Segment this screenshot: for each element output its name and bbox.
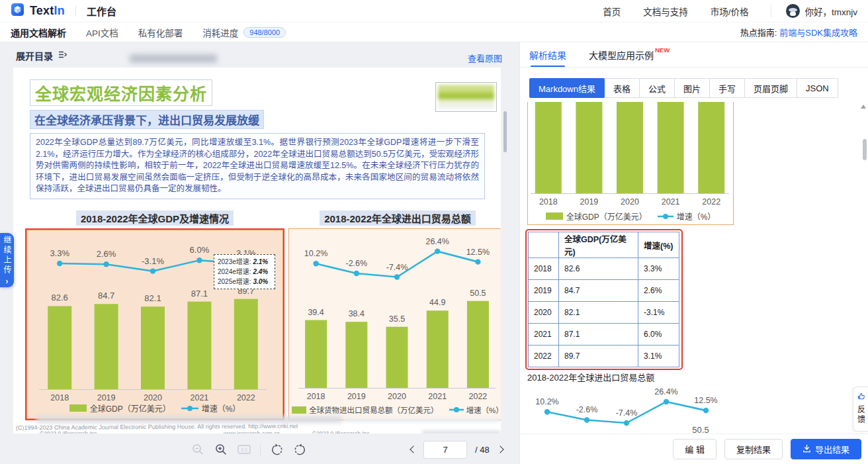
- zoom-out-icon[interactable]: [191, 442, 205, 457]
- toc-expand-icon: [58, 50, 67, 61]
- nav-docs-support[interactable]: 文档与支持: [643, 5, 688, 18]
- doc-chart-trade[interactable]: 2018-2022年全球进出口贸易总额 39.438.435.544.950.5…: [288, 210, 501, 420]
- doc-scrollbar-thumb[interactable]: [503, 111, 507, 152]
- svg-text:2018: 2018: [539, 197, 558, 207]
- tab-api-docs[interactable]: API文档: [86, 26, 118, 39]
- result-tab-bar: 解析结果 大模型应用示例NEW: [520, 42, 868, 68]
- page-total-label: / 48: [475, 445, 490, 455]
- expand-toc-button[interactable]: 展开目录: [16, 49, 67, 62]
- svg-text:2020: 2020: [144, 393, 162, 402]
- svg-text:82.1: 82.1: [144, 293, 161, 303]
- forecast-annotation: 2023e增速: 2.1% 2024e增速: 2.4% 2025e增速: 3.0…: [214, 254, 275, 289]
- svg-text:-3.1%: -3.1%: [142, 256, 164, 266]
- table-row: 202289.73.1%: [529, 346, 679, 367]
- tab-llm-demo[interactable]: 大模型应用示例NEW: [589, 42, 670, 67]
- doc-chart-trade-title: 2018-2022年全球进出口贸易总额: [320, 210, 476, 226]
- chevron-right-icon: ›: [6, 276, 9, 285]
- svg-text:87.1: 87.1: [191, 289, 208, 299]
- zoom-in-icon[interactable]: [214, 442, 228, 457]
- redacted-footer: [422, 430, 500, 434]
- tab-handwriting[interactable]: 手写: [709, 78, 745, 98]
- doc-subtitle: 在全球经济承压背景下，进出口贸易发展放缓: [30, 110, 264, 129]
- tab-formulas[interactable]: 公式: [639, 78, 675, 98]
- line-legend-icon: [658, 213, 673, 220]
- svg-text:3.3%: 3.3%: [50, 248, 69, 258]
- svg-text:2019: 2019: [580, 197, 598, 207]
- tab-tables[interactable]: 表格: [604, 78, 640, 98]
- rotate-cw-icon[interactable]: [292, 442, 307, 457]
- tab-general-doc-parse[interactable]: 通用文档解析: [11, 26, 66, 39]
- toc-label: 展开目录: [16, 49, 53, 62]
- svg-text:2018: 2018: [307, 392, 326, 401]
- trade-bar-line-chart: 39.438.435.544.950.520182019202020212022…: [296, 234, 499, 406]
- thumbs-up-icon: [857, 391, 865, 403]
- svg-text:2021: 2021: [428, 392, 447, 401]
- quota-label: 消耗进度: [202, 26, 238, 39]
- next-page-icon[interactable]: [498, 446, 504, 453]
- tab-markdown-result[interactable]: Markdown结果: [529, 78, 605, 98]
- toolbar-divider: [260, 444, 261, 455]
- export-result-button[interactable]: 导出结果: [791, 439, 861, 459]
- markdown-result-content[interactable]: 20182019202020212022 全球GDP（万亿美元） 增速（%） 全…: [524, 102, 858, 434]
- document-page[interactable]: 全球宏观经济因素分析 在全球经济承压背景下，进出口贸易发展放缓 2022年全球G…: [13, 68, 501, 434]
- app-window: TextIn 工作台 首页 文档与支持 市场/价格 你好，tmxnjv 通用文档…: [0, 0, 868, 464]
- doc-paragraph: 2022年全球GDP总量达到89.7万亿美元，同比增速放缓至3.1%。据世界银行…: [30, 133, 485, 199]
- tab-private-deploy[interactable]: 私有化部署: [138, 26, 183, 39]
- bar-legend-swatch: [546, 212, 563, 220]
- logo-wordmark[interactable]: TextIn: [30, 4, 65, 18]
- svg-text:1:1: 1:1: [241, 447, 247, 452]
- svg-text:2022: 2022: [702, 197, 720, 207]
- rotate-ccw-icon[interactable]: [269, 442, 284, 457]
- nav-market-pricing[interactable]: 市场/价格: [711, 5, 749, 18]
- line-legend-icon: [181, 405, 198, 412]
- textin-logo-icon: [11, 3, 24, 19]
- doc-title: 全球宏观经济因素分析: [30, 79, 212, 106]
- svg-text:2020: 2020: [621, 197, 639, 207]
- table-row: 201882.63.3%: [529, 258, 679, 280]
- feedback-button[interactable]: 反馈: [853, 387, 868, 432]
- svg-text:35.5: 35.5: [389, 314, 405, 324]
- svg-text:10.2%: 10.2%: [535, 397, 558, 406]
- sub-nav: 通用文档解析 API文档 私有化部署 消耗进度 948/8000 热点指南: 前…: [0, 23, 868, 42]
- svg-text:39.4: 39.4: [308, 308, 324, 317]
- doc-chart-gdp[interactable]: 2018-2022年全球GDP及增速情况 82.684.782.187.189.…: [25, 210, 284, 420]
- tab-header-footer[interactable]: 页眉页脚: [744, 78, 797, 98]
- bar-legend-swatch: [292, 406, 306, 414]
- line-legend-icon: [449, 406, 464, 413]
- quota-indicator: 消耗进度 948/8000: [202, 26, 286, 39]
- result-scrollbar-thumb[interactable]: [863, 139, 867, 160]
- copy-result-button[interactable]: 复制结果: [724, 439, 783, 459]
- svg-text:6.0%: 6.0%: [190, 245, 210, 255]
- result-type-tabs: Markdown结果 表格 公式 图片 手写 页眉页脚 JSON: [529, 78, 838, 98]
- page-number-input[interactable]: [423, 441, 467, 459]
- header-divider: [75, 6, 76, 17]
- parsed-table[interactable]: 全球GDP(万亿美元) 增速(%) 201882.63.3% 201984.72…: [528, 232, 679, 367]
- one-to-one-icon[interactable]: 1:1: [237, 442, 251, 457]
- svg-text:2019: 2019: [97, 393, 116, 402]
- edit-button[interactable]: 编 辑: [673, 439, 716, 459]
- hot-guide-link[interactable]: 前端与SDK集成攻略: [779, 26, 857, 38]
- scroll-up-arrow-icon[interactable]: [861, 105, 866, 109]
- svg-text:2.6%: 2.6%: [97, 249, 116, 259]
- nav-home[interactable]: 首页: [603, 5, 621, 18]
- svg-text:2018: 2018: [50, 393, 69, 402]
- tab-images[interactable]: 图片: [674, 78, 710, 98]
- tab-parse-result[interactable]: 解析结果: [529, 42, 566, 67]
- user-menu[interactable]: 你好，tmxnjv: [771, 4, 857, 18]
- svg-text:12.5%: 12.5%: [466, 248, 490, 257]
- svg-text:26.4%: 26.4%: [425, 237, 449, 246]
- doc-chart-gdp-title: 2018-2022年全球GDP及增速情况: [76, 210, 234, 226]
- svg-text:2019: 2019: [347, 392, 366, 401]
- download-icon: [803, 444, 811, 455]
- view-original-link[interactable]: 查看原图: [468, 52, 502, 64]
- top-header: TextIn 工作台 首页 文档与支持 市场/价格 你好，tmxnjv: [0, 0, 868, 23]
- greeting-text: 你好，tmxnjv: [804, 5, 857, 18]
- tab-json[interactable]: JSON: [797, 78, 838, 98]
- chart-legend: 全球货物进出口贸易总额（万亿美元） 增速（%）: [289, 404, 501, 415]
- svg-text:2021: 2021: [662, 197, 680, 207]
- svg-text:84.7: 84.7: [98, 291, 114, 301]
- prev-page-icon[interactable]: [409, 446, 415, 453]
- continue-upload-button[interactable]: 继续上传 ›: [0, 233, 14, 287]
- svg-text:38.4: 38.4: [349, 309, 365, 318]
- parsed-chart-gdp: 20182019202020212022 全球GDP（万亿美元） 增速（%）: [527, 102, 734, 225]
